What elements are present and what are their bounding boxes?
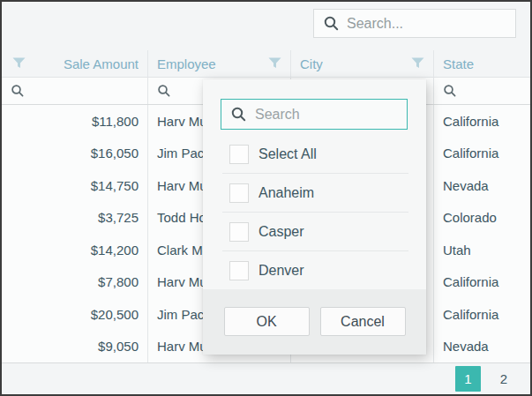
cell-state: Colorado: [434, 202, 530, 235]
pager-page-1[interactable]: 1: [455, 366, 481, 392]
cell-sale-amount: $16,050: [2, 138, 148, 170]
cell-state: California: [434, 105, 530, 138]
cell-state: California: [434, 266, 530, 299]
list-item-label: Anaheim: [259, 185, 314, 201]
filter-search-icon: [443, 84, 457, 98]
checkbox[interactable]: [229, 183, 249, 203]
cell-sale-amount: $9,050: [2, 331, 148, 363]
filter-search-icon: [11, 84, 25, 98]
cell-sale-amount: $14,200: [2, 234, 148, 266]
list-item-denver[interactable]: Denver: [222, 251, 408, 290]
column-header-sale-amount[interactable]: Sale Amount: [2, 50, 148, 77]
grid-header-row: Sale Amount Employee City State: [2, 50, 530, 78]
list-item-select-all[interactable]: Select All: [222, 135, 408, 174]
search-icon: [230, 106, 247, 123]
column-caption: State: [443, 56, 474, 71]
grid-search-panel[interactable]: [313, 9, 516, 38]
cell-sale-amount: $3,725: [2, 202, 148, 235]
popup-search-input[interactable]: [255, 107, 400, 123]
list-item-label: Denver: [259, 263, 304, 279]
column-header-city[interactable]: City: [291, 50, 434, 77]
column-header-employee[interactable]: Employee: [148, 50, 291, 77]
cell-state: Nevada: [434, 331, 530, 363]
column-header-state[interactable]: State: [434, 50, 530, 77]
list-item-label: Select All: [259, 146, 317, 162]
cell-sale-amount: $20,500: [2, 298, 148, 331]
header-filter-icon[interactable]: [12, 57, 26, 70]
filter-cell-sale-amount[interactable]: [2, 78, 148, 104]
search-icon: [323, 15, 340, 32]
cancel-button[interactable]: Cancel: [320, 307, 406, 336]
ok-button[interactable]: OK: [224, 307, 310, 336]
popup-footer: OK Cancel: [203, 289, 426, 355]
checkbox[interactable]: [229, 261, 249, 280]
grid-search-input[interactable]: [347, 16, 508, 32]
pager-page-2[interactable]: 2: [495, 366, 513, 392]
cell-state: Utah: [434, 234, 530, 266]
cell-state: California: [434, 298, 530, 331]
filter-cell-state[interactable]: [434, 78, 530, 104]
data-grid: Sale Amount Employee City State: [0, 0, 532, 396]
column-caption: Sale Amount: [64, 56, 139, 71]
list-item-anaheim[interactable]: Anaheim: [222, 174, 408, 213]
checkbox[interactable]: [229, 222, 249, 242]
column-caption: City: [300, 56, 323, 71]
column-caption: Employee: [157, 56, 216, 71]
list-item-casper[interactable]: Casper: [222, 213, 408, 251]
header-filter-icon[interactable]: [268, 57, 281, 70]
checkbox[interactable]: [229, 145, 249, 164]
cell-sale-amount: $7,800: [2, 266, 148, 299]
header-filter-popup: Select All Anaheim Casper Denver OK Canc…: [203, 79, 426, 355]
grid-pager: 1 2: [2, 363, 530, 394]
popup-search-box[interactable]: [221, 99, 408, 130]
cell-state: California: [434, 138, 530, 170]
grid-toolbar: [2, 2, 530, 50]
list-item-label: Casper: [259, 224, 304, 240]
cell-sale-amount: $14,750: [2, 169, 148, 202]
cell-state: Nevada: [434, 169, 530, 202]
cell-sale-amount: $11,800: [2, 105, 148, 138]
filter-search-icon: [157, 84, 171, 98]
header-filter-icon[interactable]: [411, 57, 424, 70]
filter-value-list: Select All Anaheim Casper Denver: [222, 135, 408, 290]
